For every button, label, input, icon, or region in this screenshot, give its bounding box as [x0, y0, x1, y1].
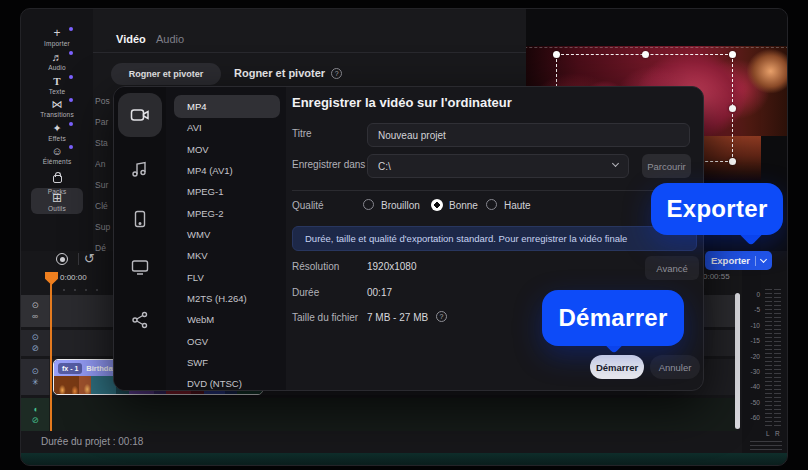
title-input[interactable] [367, 123, 690, 147]
sidebar-item-texte[interactable]: T Texte [25, 75, 89, 95]
timeline-vertical-scrollbar[interactable] [735, 293, 740, 429]
track-visibility-icon[interactable]: ⊙ [31, 367, 38, 376]
format-item-avi[interactable]: AVI [187, 117, 282, 138]
dialog-divider [292, 190, 691, 191]
panel-label: An [95, 159, 115, 169]
playhead-line[interactable] [50, 284, 52, 431]
tab-audio[interactable]: Audio [156, 33, 184, 45]
clip-fx-badge: fx - 1 [58, 363, 82, 374]
panel-label: Clé [95, 201, 115, 211]
crop-handle-right-mid[interactable] [729, 105, 736, 112]
radio-brouillon[interactable] [363, 199, 374, 210]
phone-icon[interactable] [130, 209, 150, 229]
audio-mute-icon[interactable]: ⊘ [31, 416, 38, 425]
export-button[interactable]: Exporter [705, 251, 772, 270]
format-item-dvd[interactable]: DVD (NTSC) [187, 373, 282, 391]
start-button[interactable]: Démarrer [590, 355, 644, 379]
panel-label: Par [95, 117, 115, 127]
format-item-mp4[interactable]: MP4 [187, 96, 282, 117]
advanced-button[interactable]: Avancé [645, 256, 699, 280]
format-item-mov[interactable]: MOV [187, 139, 282, 160]
crop-handle-top-mid[interactable] [642, 51, 649, 58]
track-mute-icon[interactable]: ⊘ [31, 344, 38, 353]
radio-bonne-label[interactable]: Bonne [449, 200, 478, 211]
format-item-ogv[interactable]: OGV [187, 331, 282, 352]
sidebar-item-label: Importer [25, 40, 89, 47]
crop-rotate-heading-text: Rogner et pivoter [234, 67, 325, 79]
playhead-time: 0:00:00 [60, 273, 87, 282]
format-item-mkv[interactable]: MKV [187, 245, 282, 266]
format-item-wmv[interactable]: WMV [187, 224, 282, 245]
crop-handle-top-left[interactable] [553, 51, 560, 58]
sidebar-item-label: Éléments [25, 158, 89, 165]
video-camera-icon[interactable] [130, 105, 150, 125]
import-plus-icon: + [25, 27, 89, 39]
record-icon[interactable] [56, 253, 68, 265]
sidebar-item-effets[interactable]: ✦ Effets [25, 122, 89, 142]
text-icon: T [25, 75, 89, 87]
resize-grip[interactable] [750, 441, 782, 450]
notification-dot [69, 75, 73, 79]
resolution-label: Résolution [292, 261, 339, 272]
sidebar-item-outils[interactable]: ⊞ Outils [25, 192, 89, 212]
sidebar-item-transitions[interactable]: ⋈ Transitions [25, 98, 89, 118]
format-item-mpeg2[interactable]: MPEG-2 [187, 203, 282, 224]
track1-header[interactable]: ⊙ ∞ [21, 295, 49, 327]
export-button-label: Exporter [711, 255, 750, 266]
format-item-m2ts[interactable]: M2TS (H.264) [187, 288, 282, 309]
window-bottom-strip [21, 453, 788, 466]
track4-audio-lane[interactable] [49, 398, 737, 431]
packs-bag-icon [53, 175, 62, 183]
track-snap-icon[interactable]: ✳ [31, 378, 38, 387]
radio-brouillon-label[interactable]: Brouillon [381, 200, 420, 211]
crop-handle-bottom-right[interactable] [729, 158, 736, 165]
tab-video[interactable]: Vidéo [116, 33, 146, 45]
radio-bonne[interactable] [431, 199, 443, 211]
notification-dot [69, 122, 73, 126]
help-icon[interactable]: ? [331, 68, 342, 79]
format-item-webm[interactable]: WebM [187, 309, 282, 330]
format-item-flv[interactable]: FLV [187, 267, 282, 288]
save-location-select[interactable]: C:\ [367, 154, 629, 178]
export-callout[interactable]: Exporter [651, 183, 783, 235]
chevron-down-icon[interactable] [760, 255, 767, 262]
panel-label: Sup [95, 222, 115, 232]
radio-haute[interactable] [486, 199, 497, 210]
filesize-help-icon[interactable]: ? [436, 311, 447, 322]
ruler-timestamp: 0:00:55 [703, 272, 730, 281]
browse-button[interactable]: Parcourir [642, 154, 691, 178]
app-window: Vidéo Audio Rogner et pivoter Rogner et … [20, 8, 788, 466]
cancel-button[interactable]: Annuler [650, 355, 700, 379]
toolbar-divider [78, 253, 79, 265]
sidebar-item-importer[interactable]: + Importer [25, 27, 89, 47]
format-item-mpeg1[interactable]: MPEG-1 [187, 181, 282, 202]
start-callout[interactable]: Démarrer [542, 290, 684, 346]
track4-audio-header[interactable]: ◖ ⊘ [21, 398, 49, 431]
sidebar-item-elements[interactable]: ☺ Éléments [25, 145, 89, 165]
format-item-mp4av1[interactable]: MP4 (AV1) [187, 160, 282, 181]
track2-header[interactable]: ⊙ ⊘ [21, 330, 49, 356]
format-item-swf[interactable]: SWF [187, 352, 282, 373]
track-visibility-icon[interactable]: ⊙ [31, 301, 38, 310]
undo-icon[interactable]: ↺ [84, 252, 95, 265]
meter-bar-right [774, 289, 781, 427]
tools-grid-icon: ⊞ [25, 192, 89, 204]
sidebar-item-label: Audio [25, 64, 89, 71]
notification-dot [69, 51, 73, 55]
filesize-label: Taille du fichier [292, 312, 358, 323]
audio-monitor-icon[interactable]: ◖ [32, 405, 37, 414]
radio-haute-label[interactable]: Haute [504, 200, 531, 211]
dialog-title: Enregistrer la vidéo sur l'ordinateur [292, 95, 512, 110]
track3-header[interactable]: ⊙ ✳ [21, 359, 49, 395]
track-link-icon[interactable]: ∞ [32, 312, 38, 321]
share-icon[interactable] [130, 310, 150, 330]
sidebar-item-audio[interactable]: ♬ Audio [25, 51, 89, 71]
panel-label: Sur [95, 180, 115, 190]
db-scale: 0-5 -10-15 -20-30 -40-50 -60 [742, 291, 760, 421]
track-visibility-icon[interactable]: ⊙ [31, 333, 38, 342]
music-note-icon[interactable] [130, 159, 150, 179]
crop-rotate-pill[interactable]: Rogner et pivoter [111, 63, 221, 85]
crop-handle-top-right[interactable] [729, 51, 736, 58]
monitor-icon[interactable] [130, 257, 150, 277]
meter-bar-left [765, 289, 772, 427]
